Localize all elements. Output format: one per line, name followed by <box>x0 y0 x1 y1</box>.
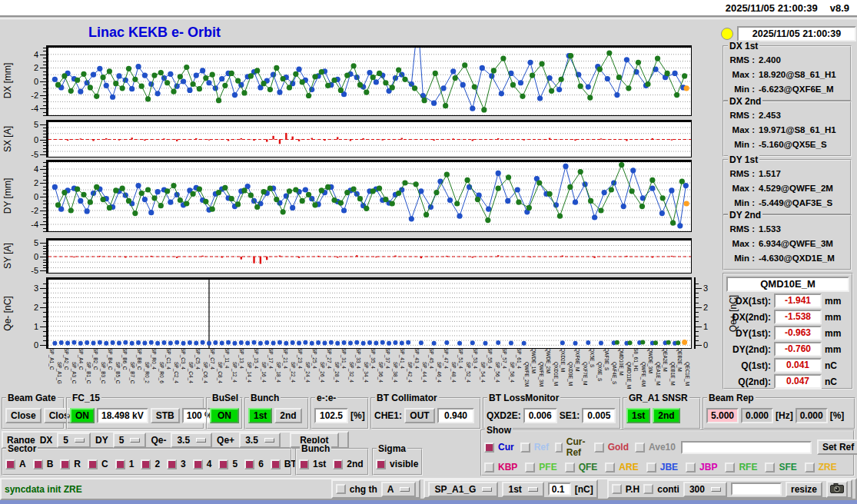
range-qe-minus-select[interactable]: 3.5 <box>171 433 212 448</box>
element-tick-label: SP_53_4 <box>473 348 478 369</box>
sigma-group: Sigma visible <box>372 448 423 476</box>
sector-checkbox-bt[interactable]: BT <box>271 459 297 469</box>
checkbox-indicator[interactable] <box>555 443 563 453</box>
range-qe-plus-select[interactable]: 3.5 <box>239 433 281 448</box>
checkbox-indicator[interactable] <box>725 463 735 472</box>
element-tick-label: SP_14_4 <box>247 362 252 383</box>
show-checkbox-jbp[interactable]: JBP <box>686 462 717 472</box>
dx-y-axis: 420-2-4 <box>14 45 48 116</box>
checkbox-indicator[interactable] <box>244 459 254 469</box>
sector-checkbox-2[interactable]: 2 <box>141 459 160 469</box>
sx-axis-label: SX [A] <box>2 120 14 158</box>
checkbox-indicator[interactable] <box>33 459 43 469</box>
sp-monitor-select[interactable]: SP_A1_G <box>428 482 498 497</box>
threshold-entry[interactable] <box>548 482 571 496</box>
element-tick-label: SP_48_4 <box>451 362 457 383</box>
sp-bunch-select[interactable]: 1st <box>502 482 543 497</box>
conti-checkbox[interactable]: conti <box>643 484 679 495</box>
dx-axis-label: DX [mm] <box>2 45 14 116</box>
sector-checkbox-4[interactable]: 4 <box>193 459 212 469</box>
dx-plot <box>48 45 692 116</box>
chg-th-checkbox[interactable]: chg th <box>336 484 377 495</box>
snsr-2nd-button[interactable]: 2nd <box>653 408 679 423</box>
checkbox-indicator[interactable] <box>484 463 494 472</box>
checkbox-indicator[interactable] <box>141 459 151 469</box>
show-checkbox-qfe[interactable]: QFE <box>565 462 598 472</box>
checkbox-indicator[interactable] <box>376 459 386 469</box>
show-checkbox-sfe[interactable]: SFE <box>765 462 796 472</box>
bunch-2nd-button[interactable]: 2nd <box>274 408 301 423</box>
checkbox-indicator[interactable] <box>520 443 530 453</box>
sx-y-axis: 50-5 <box>14 120 48 158</box>
sector-checkbox-3[interactable]: 3 <box>167 459 186 469</box>
timestamp-box: 2025/11/05 21:00:39 <box>737 26 856 41</box>
ph-checkbox[interactable]: P.H <box>612 484 639 495</box>
qe-minus-axis-label: Qe- [nC] <box>2 277 14 349</box>
fc15-on-button[interactable]: ON <box>70 408 95 423</box>
sector-checkbox-a[interactable]: A <box>5 459 26 469</box>
checkbox-indicator[interactable] <box>484 443 494 453</box>
checkbox-indicator[interactable] <box>805 463 815 472</box>
dx1-min: -6.623@QXF6E_M <box>759 82 834 97</box>
show-checkbox-kbp[interactable]: KBP <box>484 462 517 472</box>
show-checkbox-zre[interactable]: ZRE <box>805 462 837 472</box>
snsr-1st-button[interactable]: 1st <box>626 408 650 423</box>
checkbox-indicator[interactable] <box>635 443 645 453</box>
chg-th-select[interactable]: A <box>381 482 417 497</box>
range-dy-select[interactable]: 5 <box>113 433 147 448</box>
points-select[interactable]: 300 <box>683 482 727 497</box>
checkbox-indicator[interactable] <box>299 459 309 469</box>
checkbox-indicator[interactable] <box>765 463 775 472</box>
show-checkbox-cur-ref[interactable]: Cur-Ref <box>555 436 588 458</box>
show-checkbox-jbe[interactable]: JBE <box>646 462 678 472</box>
checkbox-indicator[interactable] <box>594 443 604 453</box>
show-checkbox-cur[interactable]: Cur <box>484 436 514 458</box>
checkbox-indicator[interactable] <box>525 463 535 472</box>
set-ref-button[interactable]: Set Ref <box>817 439 857 455</box>
show-checkbox-ref[interactable]: Ref <box>520 436 549 458</box>
fc15-stb-button[interactable]: STB <box>151 408 180 423</box>
checkbox-indicator[interactable] <box>218 459 228 469</box>
bunch-checkbox-2nd[interactable]: 2nd <box>333 459 363 469</box>
show-checkbox-gold[interactable]: Gold <box>594 436 629 458</box>
reference-entry[interactable] <box>681 441 812 454</box>
screenshot-button[interactable] <box>826 481 848 498</box>
checkbox-indicator[interactable] <box>88 459 98 469</box>
che1-state-button[interactable]: OUT <box>404 408 435 423</box>
sector-checkbox-1[interactable]: 1 <box>115 459 135 469</box>
beam-gate-close-1-button[interactable]: Close <box>5 408 42 423</box>
checkbox-indicator[interactable] <box>605 463 615 472</box>
range-dx-select[interactable]: 5 <box>57 433 91 448</box>
element-tick-label: SP_C4_4 <box>188 362 194 383</box>
checkbox-indicator[interactable] <box>333 459 343 469</box>
checkbox-indicator[interactable] <box>193 459 203 469</box>
checkbox-indicator[interactable] <box>115 459 125 469</box>
axis-tick-label: -4 <box>31 104 38 113</box>
bunch-1st-button[interactable]: 1st <box>248 408 272 423</box>
element-tick-label: SP_C5_4 <box>195 348 201 370</box>
sector-group: Sector ABRC123456BT <box>2 448 292 476</box>
sector-checkbox-6[interactable]: 6 <box>244 459 264 469</box>
show-checkbox-are[interactable]: ARE <box>605 462 638 472</box>
show-checkbox-rfe[interactable]: RFE <box>725 462 757 472</box>
checkbox-indicator[interactable] <box>271 459 281 469</box>
resize-button[interactable]: resize <box>786 482 822 497</box>
show-checkbox-ave10[interactable]: Ave10 <box>635 436 676 458</box>
dy2-rms: 1.533 <box>759 222 781 237</box>
checkbox-indicator[interactable] <box>60 459 70 469</box>
sector-checkbox-r[interactable]: R <box>60 459 81 469</box>
element-tick-label: QX5E_S <box>590 348 595 367</box>
checkbox-indicator[interactable] <box>686 463 696 472</box>
sector-checkbox-b[interactable]: B <box>33 459 54 469</box>
aux-entry[interactable] <box>731 482 782 496</box>
sector-checkbox-5[interactable]: 5 <box>218 459 238 469</box>
sigma-checkbox-visible[interactable]: visible <box>376 459 418 469</box>
checkbox-indicator[interactable] <box>646 463 656 472</box>
bunch-checkbox-1st[interactable]: 1st <box>299 459 326 469</box>
busel-on-button[interactable]: ON <box>210 408 239 423</box>
checkbox-indicator[interactable] <box>167 459 177 469</box>
show-checkbox-pfe[interactable]: PFE <box>525 462 556 472</box>
checkbox-indicator[interactable] <box>565 463 575 472</box>
sector-checkbox-c[interactable]: C <box>88 459 108 469</box>
checkbox-indicator[interactable] <box>5 459 15 469</box>
